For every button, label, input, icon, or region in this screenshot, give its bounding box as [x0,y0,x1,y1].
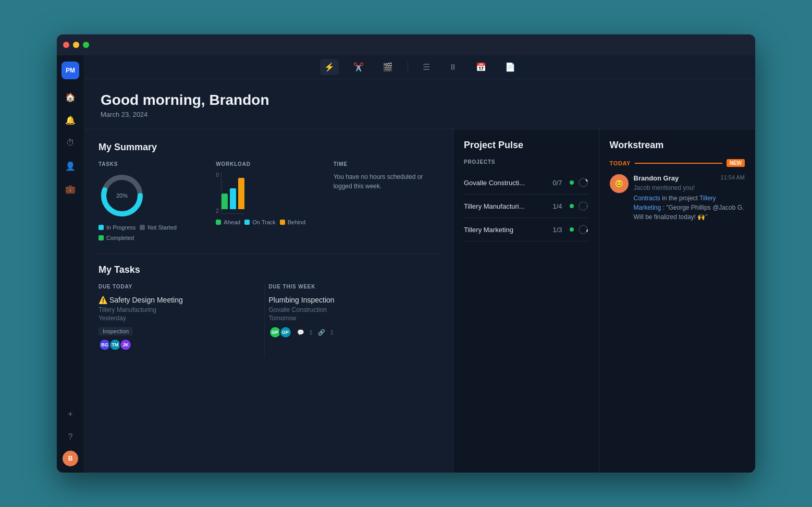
contracts-link[interactable]: Contracts [634,195,660,202]
project-name-govalle: Govalle Constructi... [464,179,548,187]
close-button[interactable] [63,42,69,48]
nav-icon-tasks[interactable]: ✂️ [349,59,368,75]
message-avatar-brandon: 😊 [610,174,629,193]
message-body: Contracts in the project Tillery Marketi… [634,194,745,222]
project-row-tillery-mfg[interactable]: Tillery Manufacturi... 1/4 [464,195,588,218]
tasks-columns: DUE TODAY ⚠️ Safety Design Meeting Tille… [99,284,438,357]
status-dot-govalle [570,180,574,185]
tasks-legend: In Progress Not Started Completed [99,224,203,241]
status-dot-tillery-mkt [570,227,574,232]
link-icon: 🔗 [318,329,325,336]
greeting-date: March 23, 2024 [101,111,739,118]
bar-group-1 [222,194,228,209]
donut-chart: 20% [99,172,145,219]
legend-not-started: Not Started [140,224,177,231]
message-time: 11:54 AM [721,174,745,182]
task-sub-plumbing: Govalle Construction [269,306,426,313]
sidebar-item-people[interactable]: 👤 [61,156,80,175]
bar-on-track-2 [230,188,236,209]
sidebar-help-button[interactable]: ? [61,428,80,446]
message-header-brandon: Brandon Gray 11:54 AM [634,174,745,182]
workstream-title: Workstream [610,140,745,151]
user-avatar[interactable]: B [63,451,78,466]
project-name-tillery-mkt: Tillery Marketing [464,226,548,234]
sidebar-item-notifications[interactable]: 🔔 [61,111,80,129]
legend-on-track: On Track [244,219,276,225]
nav-icon-media[interactable]: 🎬 [378,59,397,75]
bar-group-2 [230,188,236,209]
workload-legend: Ahead On Track Behind [216,219,321,225]
main-content: ⚡ ✂️ 🎬 ☰ ⏸ 📅 📄 Good morning, Brandon Mar… [84,55,755,473]
bar-ahead-1 [222,194,228,209]
legend-completed: Completed [99,235,134,241]
message-name: Brandon Gray [634,174,679,182]
greeting-title: Good morning, Brandon [101,92,739,108]
nav-icon-columns[interactable]: ⏸ [445,59,461,75]
progress-ring-tillery-mfg [578,201,588,211]
project-count-tillery-mkt: 1/3 [552,226,562,234]
project-pulse-title: Project Pulse [464,140,588,151]
nav-icon-file[interactable]: 📄 [501,59,520,75]
project-count-tillery-mfg: 1/4 [552,202,562,210]
tasks-label: TASKS [99,161,203,167]
svg-point-4 [579,202,587,210]
bar-group-3 [238,178,244,209]
progress-ring-tillery-mkt [578,224,588,235]
status-dot-tillery-mfg [570,204,574,208]
progress-ring-govalle [578,177,588,188]
due-this-week-column: DUE THIS WEEK Plumbing Inspection Govall… [269,284,435,357]
comment-count: 1 [310,329,313,335]
task-title-safety: ⚠️ Safety Design Meeting [99,296,256,304]
avatar-gp2: GP [279,326,292,339]
project-count-govalle: 0/7 [552,179,562,187]
due-this-week-label: DUE THIS WEEK [269,284,426,289]
top-nav: ⚡ ✂️ 🎬 ☰ ⏸ 📅 📄 [84,55,755,79]
legend-behind: Behind [280,219,305,225]
main-panel: My Summary TASKS [84,129,453,473]
maximize-button[interactable] [83,42,89,48]
minimize-button[interactable] [73,42,79,48]
message-content-brandon: Brandon Gray 11:54 AM Jacob mentioned yo… [634,174,745,222]
workload-bar-chart [221,172,244,214]
sidebar-item-home[interactable]: 🏠 [61,88,80,106]
bar-behind-3 [238,178,244,209]
time-label: TIME [334,161,438,167]
task-tag-inspection: Inspection [99,327,133,335]
my-tasks-title: My Tasks [99,264,438,275]
nav-icon-dashboard[interactable]: ⚡ [320,59,339,75]
dashboard: My Summary TASKS [84,129,755,473]
due-today-column: DUE TODAY ⚠️ Safety Design Meeting Tille… [99,284,265,357]
nav-icon-calendar[interactable]: 📅 [472,59,490,75]
sidebar-add-button[interactable]: + [61,405,80,424]
app-body: PM 🏠 🔔 ⏱ 👤 💼 + ? B ⚡ ✂️ 🎬 ☰ ⏸ 📅 [57,55,755,473]
nav-icon-list[interactable]: ☰ [419,59,434,75]
svg-point-6 [579,225,587,234]
project-row-tillery-mkt[interactable]: Tillery Marketing 1/3 [464,218,588,242]
avatar-group-safety: BG TM JK [99,339,132,351]
tasks-block: TASKS 20% [99,161,203,241]
my-summary-title: My Summary [99,142,438,153]
projects-label: PROJECTS [464,159,588,165]
comment-icon: 💬 [297,329,304,336]
task-date-safety: Yesterday [99,315,256,322]
link-count: 1 [330,329,334,335]
message-card-0: 😊 Brandon Gray 11:54 AM Jacob mentioned … [610,174,745,222]
avatar-jk: JK [119,339,132,351]
y-axis-labels: 2 0 [216,172,219,214]
message-text-in-project: in the project [662,195,699,202]
time-text: You have no hours scheduled or logged th… [334,172,438,191]
workload-block: WORKLOAD 2 0 [216,161,321,241]
app-window: PM 🏠 🔔 ⏱ 👤 💼 + ? B ⚡ ✂️ 🎬 ☰ ⏸ 📅 [57,34,755,473]
sidebar-item-portfolio[interactable]: 💼 [61,179,80,198]
project-name-tillery-mfg: Tillery Manufacturi... [464,202,548,210]
workstream-today-row: TODAY NEW [610,159,745,167]
today-line [635,163,722,164]
sidebar-item-time[interactable]: ⏱ [61,134,80,152]
legend-in-progress: In Progress [99,224,136,231]
greeting-header: Good morning, Brandon March 23, 2024 [84,79,755,129]
project-row-govalle[interactable]: Govalle Constructi... 0/7 [464,171,588,195]
task-meta-plumbing: GP GP 💬 1 🔗 1 [269,326,426,339]
task-meta-safety: BG TM JK [99,339,256,351]
app-logo[interactable]: PM [61,62,79,79]
new-badge: NEW [727,159,745,167]
